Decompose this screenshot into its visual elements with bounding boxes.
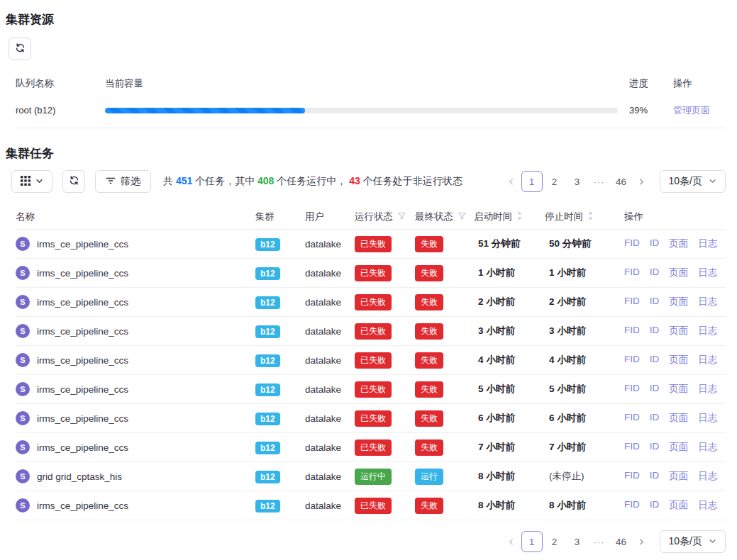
row-action-id[interactable]: ID [650, 296, 660, 308]
row-action-fid[interactable]: FID [624, 499, 640, 512]
row-action-page[interactable]: 页面 [669, 441, 688, 454]
pagination-page-2[interactable]: 2 [544, 171, 565, 192]
avatar: S [16, 295, 30, 309]
row-action-page[interactable]: 页面 [669, 296, 688, 308]
chevron-down-icon [709, 536, 716, 547]
sort-icon[interactable] [516, 211, 523, 223]
pagination-page-3[interactable]: 3 [567, 171, 588, 192]
row-action-page[interactable]: 页面 [669, 267, 688, 279]
row-action-fid[interactable]: FID [624, 441, 640, 454]
header-stop-time[interactable]: 停止时间 [545, 211, 624, 223]
row-actions: FIDID页面日志 [624, 412, 726, 425]
row-action-id[interactable]: ID [650, 354, 660, 366]
refresh-tasks-button[interactable] [62, 170, 85, 193]
row-action-id[interactable]: ID [650, 325, 660, 337]
row-action-page[interactable]: 页面 [669, 237, 688, 250]
run-status-badge: 已失败 [355, 439, 392, 456]
run-status-badge: 已失败 [355, 352, 392, 369]
progress-value: 39% [618, 105, 662, 116]
row-action-log[interactable]: 日志 [698, 237, 717, 250]
pagination-page-2[interactable]: 2 [544, 531, 565, 552]
pagination-page-46[interactable]: 46 [611, 531, 632, 552]
pagination-page-46[interactable]: 46 [611, 171, 632, 192]
row-action-log[interactable]: 日志 [698, 296, 717, 308]
progress-fill [105, 108, 305, 113]
chevron-left-icon[interactable] [502, 172, 521, 191]
row-action-page[interactable]: 页面 [669, 354, 688, 366]
chevron-right-icon[interactable] [633, 532, 651, 551]
cluster-tag: b12 [255, 442, 280, 454]
row-actions: FIDID页面日志 [624, 237, 726, 250]
row-action-fid[interactable]: FID [624, 267, 640, 279]
row-action-log[interactable]: 日志 [698, 499, 717, 512]
start-time: 5 小时前 [474, 383, 545, 396]
row-action-id[interactable]: ID [650, 267, 660, 279]
page-size-select[interactable]: 10条/页 [660, 170, 726, 193]
row-action-log[interactable]: 日志 [698, 267, 717, 279]
row-action-log[interactable]: 日志 [698, 325, 717, 337]
row-action-fid[interactable]: FID [624, 383, 640, 396]
filter-button-label: 筛选 [121, 175, 140, 188]
row-action-id[interactable]: ID [650, 441, 660, 454]
cluster-tag: b12 [255, 238, 280, 251]
pagination-page-3[interactable]: 3 [567, 531, 588, 552]
page: 集群资源 队列名称 当前容量 进度 操作 root (b12) 39% 管理页面 [0, 0, 737, 560]
row-action-page[interactable]: 页面 [669, 325, 688, 337]
cluster-tag: b12 [255, 325, 280, 338]
row-action-fid[interactable]: FID [624, 470, 640, 483]
cluster-tag: b12 [255, 267, 280, 280]
tasks-table-header: 名称 集群 用户 运行状态 最终状态 启动时间 [16, 204, 726, 230]
avatar: S [16, 237, 30, 251]
header-queue-name: 队列名称 [16, 77, 105, 90]
chevron-left-icon[interactable] [502, 532, 521, 551]
filter-button[interactable]: 筛选 [95, 170, 151, 193]
pagination-page-1[interactable]: 1 [521, 531, 543, 552]
row-actions: FIDID页面日志 [624, 325, 726, 337]
run-status-badge: 已失败 [355, 498, 392, 514]
manage-page-link[interactable]: 管理页面 [673, 105, 710, 116]
row-action-log[interactable]: 日志 [698, 383, 717, 396]
row-action-id[interactable]: ID [650, 499, 660, 512]
row-action-id[interactable]: ID [650, 412, 660, 425]
task-name: irms_ce_pipeline_ccs [37, 297, 128, 308]
header-start-time[interactable]: 启动时间 [474, 211, 545, 223]
row-action-log[interactable]: 日志 [698, 354, 717, 366]
refresh-button[interactable] [9, 38, 31, 60]
row-action-log[interactable]: 日志 [698, 470, 717, 483]
final-status-badge: 失败 [415, 381, 443, 398]
stop-time: 1 小时前 [545, 267, 624, 279]
header-final-status[interactable]: 最终状态 [415, 211, 474, 223]
row-action-page[interactable]: 页面 [669, 383, 688, 396]
run-status-badge: 运行中 [355, 469, 392, 485]
row-action-fid[interactable]: FID [624, 325, 640, 337]
header-run-status[interactable]: 运行状态 [355, 211, 415, 223]
task-name: irms_ce_pipeline_ccs [37, 384, 128, 395]
row-action-fid[interactable]: FID [624, 412, 640, 425]
row-actions: FIDID页面日志 [624, 470, 726, 483]
page-size-select[interactable]: 10条/页 [660, 530, 726, 553]
avatar: S [16, 382, 30, 396]
row-action-id[interactable]: ID [650, 383, 660, 396]
summary-segment: 个任务处于非运行状态 [360, 175, 462, 186]
layout-select-button[interactable] [11, 170, 52, 193]
row-action-fid[interactable]: FID [624, 354, 640, 366]
sort-icon[interactable] [587, 211, 594, 223]
row-action-page[interactable]: 页面 [669, 470, 688, 483]
row-actions: FIDID页面日志 [624, 267, 726, 279]
pagination-ellipsis[interactable]: ··· [589, 537, 610, 547]
chevron-right-icon[interactable] [633, 172, 651, 191]
row-action-fid[interactable]: FID [624, 237, 640, 250]
stop-time: 6 小时前 [545, 412, 624, 425]
row-action-log[interactable]: 日志 [698, 441, 717, 454]
row-action-id[interactable]: ID [650, 470, 660, 483]
row-action-page[interactable]: 页面 [669, 412, 688, 425]
row-action-fid[interactable]: FID [624, 296, 640, 308]
row-action-page[interactable]: 页面 [669, 499, 688, 512]
filter-funnel-icon[interactable] [397, 211, 406, 223]
filter-funnel-icon[interactable] [458, 211, 467, 223]
pagination-ellipsis[interactable]: ··· [589, 177, 610, 187]
row-action-id[interactable]: ID [650, 237, 660, 250]
pagination-page-1[interactable]: 1 [521, 171, 543, 192]
start-time: 51 分钟前 [474, 237, 545, 250]
row-action-log[interactable]: 日志 [698, 412, 717, 425]
